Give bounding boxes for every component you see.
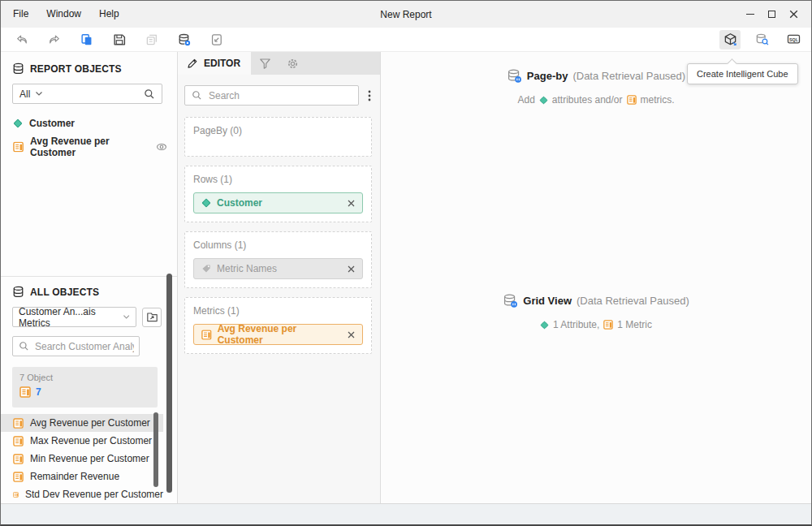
chip-metric-names[interactable]: Metric Names — [193, 258, 363, 279]
maximize-icon — [768, 11, 775, 18]
manage-datasets-icon — [145, 33, 158, 46]
metric-icon — [19, 386, 31, 398]
gridview-summary: 1 Attribute, 1 Metric — [381, 319, 811, 330]
tab-filter[interactable] — [251, 52, 279, 75]
window-controls — [739, 6, 811, 24]
metric-icon — [13, 489, 19, 500]
object-label: Avg Revenue per Customer — [30, 417, 150, 429]
dropzone-columns[interactable]: Columns (1) Metric Names — [184, 231, 372, 288]
list-item[interactable]: Avg Revenue per Customer — [1, 414, 163, 432]
all-objects-search-input[interactable] — [12, 336, 140, 356]
all-objects-search — [12, 336, 140, 356]
close-icon — [348, 265, 355, 273]
search-icon — [144, 88, 155, 100]
pageby-status: (Data Retrieval Paused) — [572, 70, 685, 82]
remove-chip-button[interactable] — [348, 265, 355, 273]
visibility-toggle[interactable] — [156, 141, 167, 153]
database-icon — [12, 63, 24, 75]
menu-help[interactable]: Help — [90, 1, 128, 28]
pageby-hint: Add attributes and/or metrics. — [381, 94, 811, 106]
undo-button[interactable] — [11, 30, 32, 50]
database-paused-icon — [507, 68, 522, 84]
editor-search-input[interactable] — [184, 85, 359, 106]
chevron-down-icon — [35, 91, 43, 97]
hint-text: metrics. — [641, 94, 675, 106]
tab-editor[interactable]: EDITOR — [178, 52, 251, 75]
chip-metric[interactable]: Avg Revenue per Customer — [193, 324, 363, 345]
remove-chip-button[interactable] — [348, 331, 355, 338]
list-item[interactable]: Min Revenue per Customer — [1, 450, 163, 468]
all-objects-section: ALL OBJECTS Customer An...ais Metrics — [1, 276, 177, 503]
metric-icon — [13, 472, 24, 482]
metric-icon — [13, 418, 24, 429]
report-canvas: Page-by (Data Retrieval Paused) Add attr… — [381, 52, 811, 503]
selection-count-value: 7 — [36, 386, 41, 398]
pageby-title: Page-by — [527, 70, 568, 82]
list-item[interactable]: Avg Revenue per Customer — [1, 132, 177, 162]
list-item[interactable]: Std Dev Revenue per Customer — [1, 485, 163, 503]
metric-icon — [201, 330, 212, 340]
create-intelligent-cube-button[interactable] — [719, 30, 741, 50]
list-item[interactable]: Max Revenue per Customer — [1, 432, 163, 450]
maximize-button[interactable] — [761, 6, 783, 24]
tab-settings[interactable] — [279, 52, 306, 75]
minimize-icon — [746, 14, 754, 15]
hint-text: Add — [517, 94, 534, 106]
filter-icon — [259, 58, 271, 70]
object-label: Max Revenue per Customer — [30, 435, 152, 446]
report-objects-heading: REPORT OBJECTS — [30, 63, 122, 75]
list-item[interactable]: Customer — [1, 114, 177, 132]
export-button[interactable] — [206, 30, 227, 50]
report-objects-list: Customer Avg Revenue per Customer — [1, 114, 177, 162]
title-bar: File Window Help New Report — [1, 1, 811, 28]
metric-icon — [627, 95, 637, 105]
tag-icon — [201, 264, 211, 274]
redo-button[interactable] — [44, 30, 65, 50]
all-objects-heading: ALL OBJECTS — [30, 287, 99, 298]
tooltip-create-intelligent-cube: Create Intelligent Cube — [687, 63, 798, 84]
dropzone-metrics[interactable]: Metrics (1) Avg Revenue per Customer — [184, 297, 372, 354]
save-button[interactable] — [109, 30, 130, 50]
zone-label: Columns (1) — [193, 239, 363, 251]
zone-label: Rows (1) — [193, 174, 363, 185]
folder-up-icon — [146, 311, 158, 323]
chip-label: Customer — [217, 197, 262, 209]
chip-attribute[interactable]: Customer — [193, 192, 363, 213]
minimize-button[interactable] — [739, 6, 761, 24]
list-item[interactable]: Remainder Revenue — [1, 468, 163, 485]
menu-window[interactable]: Window — [37, 1, 90, 28]
view-sql-data-button[interactable] — [751, 30, 772, 50]
sidebar-scrollbar[interactable] — [166, 274, 172, 493]
metric-icon — [13, 436, 24, 446]
status-bar — [1, 503, 811, 524]
report-objects-filter-dropdown[interactable]: All — [12, 84, 162, 104]
all-objects-folder-dropdown[interactable]: Customer An...ais Metrics — [12, 307, 136, 327]
remove-chip-button[interactable] — [348, 200, 355, 207]
paste-icon — [80, 33, 93, 46]
metric-icon — [13, 141, 24, 153]
add-dataset-button[interactable] — [174, 30, 195, 50]
editor-options-button[interactable] — [363, 86, 375, 106]
dropzone-rows[interactable]: Rows (1) Customer — [184, 166, 372, 222]
object-list-scrollbar[interactable] — [153, 412, 158, 487]
menu-file[interactable]: File — [6, 1, 37, 28]
paste-button[interactable] — [76, 30, 97, 50]
gridview-status: (Data Retrieval Paused) — [577, 295, 689, 307]
browse-folder-button[interactable] — [142, 308, 162, 327]
report-objects-section: REPORT OBJECTS All Customer Avg Revenu — [1, 52, 177, 276]
manage-datasets-button[interactable] — [141, 30, 162, 50]
dropzone-pageby[interactable]: PageBy (0) — [184, 117, 372, 157]
gridview-section[interactable]: Grid View (Data Retrieval Paused) 1 Attr… — [381, 293, 811, 330]
toolbar-right-group — [719, 30, 811, 50]
export-icon — [210, 33, 223, 46]
view-sql-button[interactable] — [783, 30, 804, 50]
database-icon — [12, 286, 24, 298]
add-dataset-icon — [178, 33, 191, 46]
all-objects-list: Avg Revenue per Customer Max Revenue per… — [1, 414, 177, 503]
attribute-icon — [539, 96, 548, 105]
hint-text: attributes and/or — [552, 94, 623, 106]
close-button[interactable] — [783, 6, 805, 24]
intelligent-cube-icon — [723, 32, 737, 46]
redo-icon — [48, 34, 61, 45]
sql-icon — [787, 32, 801, 46]
